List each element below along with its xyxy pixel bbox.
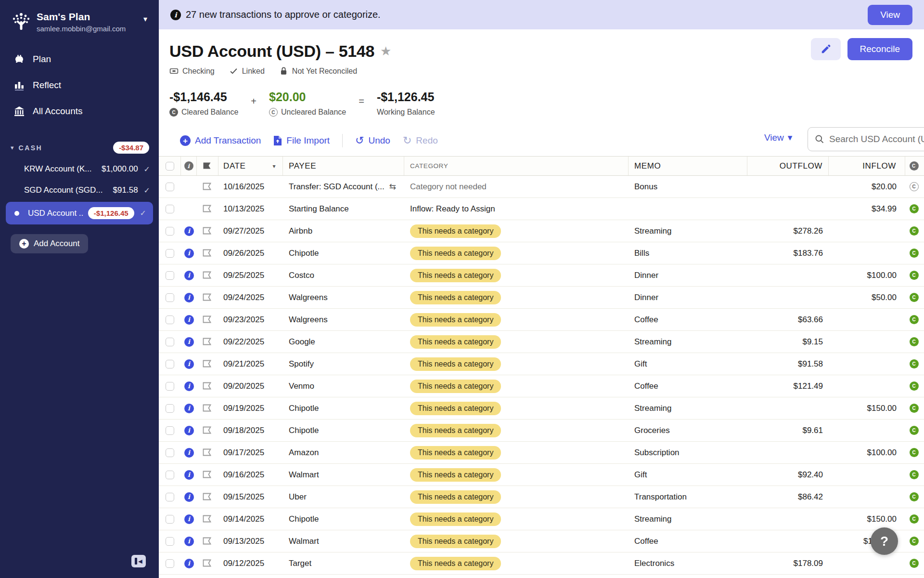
needs-category-pill[interactable]: This needs a category (410, 490, 501, 504)
outflow-cell[interactable]: $9.15 (747, 337, 829, 347)
date-cell[interactable]: 09/16/2025 (218, 470, 283, 480)
payee-cell[interactable]: Walmart (283, 537, 404, 546)
needs-category-pill[interactable]: This needs a category (410, 335, 501, 349)
memo-cell[interactable]: Gift (629, 359, 747, 369)
outflow-cell[interactable]: $63.66 (747, 315, 829, 325)
memo-cell[interactable]: Streaming (629, 404, 747, 413)
row-checkbox-cell[interactable] (159, 315, 181, 324)
info-icon[interactable]: i (184, 359, 194, 369)
row-checkbox-cell[interactable] (159, 493, 181, 501)
needs-category-pill[interactable]: This needs a category (410, 247, 501, 260)
transaction-row[interactable]: i09/23/2025WalgreensThis needs a categor… (159, 309, 924, 331)
cleared-cell[interactable]: C (905, 249, 923, 258)
date-cell[interactable]: 09/25/2025 (218, 271, 283, 280)
cleared-icon[interactable]: C (910, 249, 919, 258)
row-checkbox[interactable] (166, 404, 174, 413)
needs-category-pill[interactable]: This needs a category (410, 269, 501, 282)
transaction-row[interactable]: i09/15/2025UberThis needs a categoryTran… (159, 486, 924, 508)
row-flag-cell[interactable] (197, 271, 218, 279)
sidebar-item-all-accounts[interactable]: All Accounts (0, 98, 159, 124)
banner-view-button[interactable]: View (868, 5, 912, 25)
cleared-icon[interactable]: C (910, 204, 919, 213)
row-flag-cell[interactable] (197, 249, 218, 257)
payee-cell[interactable]: Google (283, 337, 404, 347)
cleared-cell[interactable]: C (905, 293, 923, 302)
flag-icon[interactable] (203, 315, 213, 324)
needs-category-pill[interactable]: This needs a category (410, 535, 501, 548)
sidebar-item-reflect[interactable]: Reflect (0, 72, 159, 98)
info-icon[interactable]: i (184, 337, 194, 347)
row-checkbox[interactable] (166, 227, 174, 236)
row-checkbox[interactable] (166, 249, 174, 258)
info-icon[interactable]: i (184, 249, 194, 258)
flag-icon[interactable] (203, 493, 213, 501)
inflow-cell[interactable]: $150.00 (829, 514, 905, 524)
cleared-icon[interactable]: C (910, 514, 919, 524)
row-flag-cell[interactable] (197, 227, 218, 235)
outflow-cell[interactable]: $86.42 (747, 492, 829, 502)
outflow-cell[interactable]: $183.76 (747, 249, 829, 258)
inflow-cell[interactable]: $150.00 (829, 404, 905, 413)
info-icon[interactable]: i (184, 426, 194, 435)
redo-button[interactable]: ↻ Redo (403, 135, 438, 146)
row-flag-cell[interactable] (197, 293, 218, 302)
memo-cell[interactable]: Streaming (629, 226, 747, 236)
transaction-row[interactable]: i09/18/2025ChipotleThis needs a category… (159, 420, 924, 442)
outflow-cell[interactable]: $91.58 (747, 359, 829, 369)
payee-cell[interactable]: Walgreens (283, 293, 404, 302)
cleared-cell[interactable]: C (905, 514, 923, 524)
row-flag-cell[interactable] (197, 404, 218, 412)
row-checkbox-cell[interactable] (159, 293, 181, 302)
needs-category-pill[interactable]: This needs a category (410, 357, 501, 371)
transaction-row[interactable]: i09/22/2025GoogleThis needs a categorySt… (159, 331, 924, 353)
collapse-sidebar-button[interactable]: ◀ (131, 555, 146, 567)
cleared-icon[interactable]: C (910, 271, 919, 280)
flag-icon[interactable] (203, 183, 213, 191)
row-checkbox-cell[interactable] (159, 183, 181, 191)
date-cell[interactable]: 09/24/2025 (218, 293, 283, 302)
needs-category-pill[interactable]: This needs a category (410, 313, 501, 327)
category-cell[interactable]: This needs a category (404, 269, 629, 282)
cleared-cell[interactable]: C (905, 492, 923, 501)
sidebar-account-krw[interactable]: KRW Account (K... $1,000.00 ✓ (0, 158, 159, 180)
inflow-column-header[interactable]: INFLOW (829, 157, 905, 175)
memo-cell[interactable]: Transportation (629, 492, 747, 502)
memo-cell[interactable]: Coffee (629, 315, 747, 325)
date-column-header[interactable]: DATE▾ (218, 157, 283, 175)
cleared-icon[interactable]: C (910, 337, 919, 346)
row-flag-cell[interactable] (197, 537, 218, 545)
flag-icon[interactable] (203, 515, 213, 523)
info-icon[interactable]: i (184, 448, 194, 458)
row-flag-cell[interactable] (197, 315, 218, 324)
category-cell[interactable]: This needs a category (404, 247, 629, 260)
cleared-icon[interactable]: C (910, 359, 919, 368)
date-cell[interactable]: 09/23/2025 (218, 315, 283, 325)
memo-cell[interactable]: Streaming (629, 514, 747, 524)
payee-cell[interactable]: Transfer: SGD Account (...⇆ (283, 182, 404, 192)
row-flag-cell[interactable] (197, 205, 218, 213)
file-import-button[interactable]: File Import (273, 135, 330, 146)
date-cell[interactable]: 09/12/2025 (218, 559, 283, 568)
transaction-row[interactable]: 10/16/2025Transfer: SGD Account (...⇆Cat… (159, 176, 924, 198)
transaction-row[interactable]: i09/19/2025ChipotleThis needs a category… (159, 397, 924, 420)
payee-cell[interactable]: Venmo (283, 381, 404, 391)
memo-cell[interactable]: Dinner (629, 293, 747, 302)
memo-cell[interactable]: Dinner (629, 271, 747, 280)
flag-icon[interactable] (203, 382, 213, 390)
uncleared-icon[interactable]: C (910, 182, 919, 191)
view-dropdown[interactable]: View ▾ (764, 132, 792, 143)
transaction-row[interactable]: i09/24/2025WalgreensThis needs a categor… (159, 287, 924, 309)
category-cell[interactable]: This needs a category (404, 335, 629, 349)
cleared-icon[interactable]: C (910, 448, 919, 457)
transaction-row[interactable]: i09/13/2025WalmartThis needs a categoryC… (159, 530, 924, 552)
memo-cell[interactable]: Subscription (629, 448, 747, 458)
flag-icon[interactable] (203, 227, 213, 235)
row-flag-cell[interactable] (197, 515, 218, 523)
search-input[interactable] (829, 134, 924, 144)
row-flag-cell[interactable] (197, 493, 218, 501)
outflow-column-header[interactable]: OUTFLOW (747, 157, 829, 175)
row-checkbox[interactable] (166, 293, 174, 302)
row-checkbox[interactable] (166, 471, 174, 479)
cleared-cell[interactable]: C (905, 404, 923, 413)
row-flag-cell[interactable] (197, 559, 218, 567)
